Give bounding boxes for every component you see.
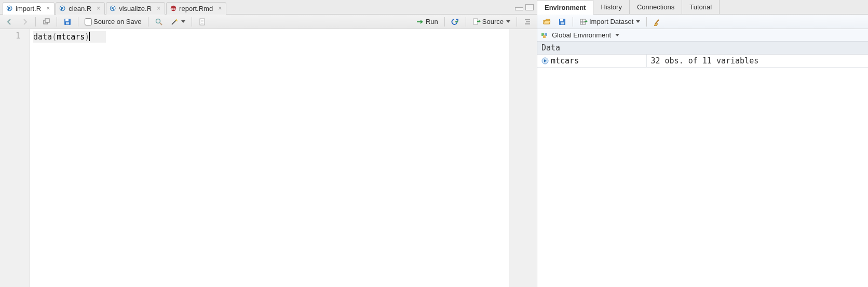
- separator: [57, 17, 57, 27]
- chevron-down-icon: [636, 20, 640, 23]
- editor-tab-import[interactable]: R import.R ×: [3, 2, 55, 15]
- svg-rect-27: [561, 22, 564, 24]
- separator: [78, 17, 78, 27]
- object-name: mtcars: [551, 56, 579, 66]
- tab-history[interactable]: History: [593, 0, 629, 14]
- svg-rect-21: [473, 19, 478, 24]
- section-label: Data: [541, 43, 560, 53]
- run-arrow-icon: [416, 18, 424, 26]
- separator: [646, 17, 647, 27]
- svg-text:R: R: [112, 7, 114, 10]
- editor-tab-label: report.Rmd: [179, 5, 213, 12]
- save-button[interactable]: [61, 16, 74, 28]
- svg-text:R: R: [8, 7, 11, 10]
- separator: [573, 17, 573, 27]
- save-icon: [63, 18, 72, 26]
- svg-text:md: md: [171, 7, 175, 10]
- code-editor[interactable]: 1 data(mtcars): [0, 29, 537, 287]
- svg-point-13: [156, 19, 160, 23]
- source-label: Source: [482, 18, 504, 25]
- clear-workspace-button[interactable]: [651, 16, 663, 28]
- svg-rect-12: [66, 22, 69, 24]
- compile-report-button[interactable]: [196, 16, 209, 28]
- close-icon[interactable]: ×: [45, 5, 51, 11]
- find-replace-button[interactable]: [153, 16, 165, 28]
- code-tools-button[interactable]: [168, 16, 187, 28]
- separator: [35, 17, 36, 27]
- tab-label: Tutorial: [689, 3, 712, 11]
- nav-forward-button[interactable]: [19, 16, 31, 28]
- env-scope-selector[interactable]: Global Environment: [537, 29, 868, 42]
- editor-tabs: R import.R × R clean.R × R visualize.R ×: [0, 0, 537, 15]
- svg-rect-26: [560, 19, 563, 21]
- env-data-table: mtcars 32 obs. of 11 variables: [537, 55, 868, 68]
- code-text[interactable]: data(mtcars): [30, 29, 509, 287]
- separator: [466, 17, 466, 27]
- chevron-down-icon: [506, 20, 510, 23]
- editor-tab-visualize[interactable]: R visualize.R ×: [106, 2, 165, 15]
- editor-tab-label: clean.R: [69, 5, 91, 12]
- editor-tab-report[interactable]: md report.Rmd ×: [166, 2, 226, 15]
- nav-back-button[interactable]: [3, 16, 16, 28]
- separator: [517, 17, 517, 27]
- env-tabs: Environment History Connections Tutorial: [537, 0, 868, 15]
- save-workspace-button[interactable]: [556, 16, 568, 28]
- tab-label: Connections: [637, 3, 674, 11]
- r-file-icon: R: [110, 5, 117, 12]
- popout-icon: [42, 18, 50, 26]
- separator: [444, 17, 445, 27]
- text-cursor: [89, 32, 90, 41]
- svg-text:R: R: [61, 7, 64, 10]
- notebook-icon: [198, 18, 207, 26]
- search-icon: [155, 18, 163, 26]
- code-token-ident: mtcars: [57, 32, 85, 42]
- r-file-icon: R: [59, 5, 66, 12]
- outline-button[interactable]: [521, 16, 534, 28]
- code-token-paren: (: [52, 32, 57, 42]
- maximize-pane-icon[interactable]: [525, 4, 534, 10]
- source-button[interactable]: Source: [470, 16, 512, 28]
- import-dataset-button[interactable]: Import Dataset: [577, 16, 642, 28]
- separator: [148, 17, 148, 27]
- wand-icon: [170, 18, 179, 26]
- close-icon[interactable]: ×: [217, 5, 223, 11]
- show-in-new-window-button[interactable]: [40, 16, 52, 28]
- save-icon: [558, 18, 566, 26]
- tab-environment[interactable]: Environment: [537, 0, 593, 15]
- load-workspace-button[interactable]: [540, 16, 553, 28]
- rmd-file-icon: md: [170, 5, 177, 12]
- arrow-left-icon: [5, 18, 13, 26]
- close-icon[interactable]: ×: [96, 5, 101, 11]
- minimize-pane-icon[interactable]: [515, 7, 523, 10]
- grid-import-icon: [579, 18, 588, 26]
- globe-icon: [540, 31, 549, 40]
- tab-tutorial[interactable]: Tutorial: [682, 0, 720, 14]
- expand-icon[interactable]: [541, 57, 549, 64]
- checkbox-icon: [85, 18, 92, 25]
- editor-toolbar: Source on Save Run: [0, 15, 537, 29]
- editor-scrollbar[interactable]: [509, 29, 537, 287]
- run-button[interactable]: Run: [414, 16, 440, 28]
- line-number: 1: [0, 31, 20, 41]
- broom-icon: [653, 18, 661, 26]
- tab-label: Environment: [545, 4, 586, 11]
- close-icon[interactable]: ×: [156, 5, 161, 11]
- editor-tab-label: import.R: [16, 5, 41, 12]
- editor-tab-clean[interactable]: R clean.R ×: [56, 2, 105, 15]
- source-on-save-label: Source on Save: [93, 18, 142, 25]
- open-folder-icon: [542, 18, 551, 26]
- source-icon: [472, 18, 481, 26]
- tab-connections[interactable]: Connections: [630, 0, 682, 14]
- rerun-button[interactable]: [449, 16, 462, 28]
- svg-rect-35: [543, 35, 546, 38]
- env-section-data: Data: [537, 42, 868, 55]
- source-on-save-toggle[interactable]: Source on Save: [83, 16, 144, 28]
- object-description: 32 obs. of 11 variables: [646, 55, 868, 68]
- arrow-right-icon: [21, 18, 29, 26]
- editor-tab-label: visualize.R: [119, 5, 152, 12]
- env-body: mtcars 32 obs. of 11 variables: [537, 55, 868, 287]
- table-row[interactable]: mtcars 32 obs. of 11 variables: [537, 55, 868, 68]
- outline-icon: [523, 18, 532, 26]
- env-toolbar: Import Dataset: [537, 15, 868, 29]
- editor-pane: R import.R × R clean.R × R visualize.R ×: [0, 0, 537, 287]
